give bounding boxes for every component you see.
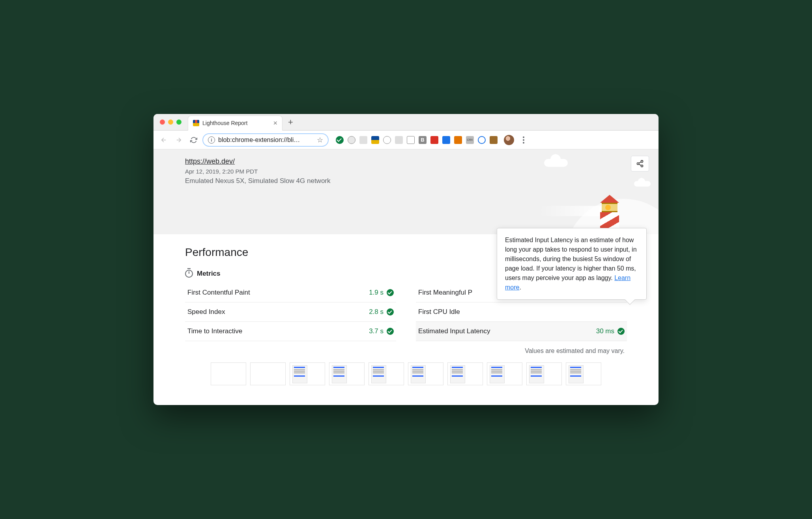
window-controls [153, 119, 188, 125]
metric-value: 2.8 s [369, 308, 394, 316]
browser-toolbar: i blob:chrome-extension://bli… ☆ B CRX [153, 131, 659, 149]
metric-name: Speed Index [187, 308, 369, 316]
filmstrip-frame[interactable] [408, 362, 443, 385]
metric-row[interactable]: Speed Index 2.8 s [185, 302, 396, 322]
close-window[interactable] [160, 119, 165, 125]
extension-icon[interactable] [442, 136, 450, 144]
back-button[interactable] [157, 134, 170, 146]
bookmark-star-icon[interactable]: ☆ [317, 136, 323, 144]
metric-value: 1.9 s [369, 289, 394, 297]
filmstrip-frame[interactable] [369, 362, 404, 385]
new-tab-button[interactable]: + [283, 117, 299, 127]
maximize-window[interactable] [176, 119, 181, 125]
extension-icon[interactable] [454, 136, 462, 144]
extension-icon[interactable] [430, 136, 438, 144]
share-button[interactable] [631, 156, 649, 172]
report-timestamp: Apr 12, 2019, 2:20 PM PDT [185, 168, 627, 175]
report-environment: Emulated Nexus 5X, Simulated Slow 4G net… [185, 177, 627, 185]
metrics-footnote: Values are estimated and may vary. [187, 347, 625, 355]
check-icon [387, 308, 394, 316]
metric-row[interactable]: Time to Interactive 3.7 s [185, 322, 396, 341]
extension-icon[interactable] [478, 136, 486, 144]
extension-icon[interactable] [407, 136, 415, 144]
metric-row[interactable]: First CPU Idle [416, 302, 627, 322]
browser-menu-button[interactable] [519, 136, 528, 144]
report-content: Estimated Input Latency is an estimate o… [153, 234, 659, 405]
extension-icon[interactable] [383, 136, 391, 144]
check-icon [387, 289, 394, 296]
profile-avatar[interactable] [504, 135, 514, 145]
site-info-icon[interactable]: i [208, 136, 215, 144]
metrics-label: Metrics [197, 270, 221, 278]
lighthouse-favicon [193, 120, 199, 126]
check-icon [387, 328, 394, 335]
metric-name: Estimated Input Latency [418, 327, 596, 335]
filmstrip-frame[interactable] [566, 362, 601, 385]
filmstrip-frame[interactable] [487, 362, 522, 385]
filmstrip-frame[interactable] [290, 362, 325, 385]
lighthouse-extension-icon[interactable] [371, 136, 379, 144]
metric-value: 30 ms [596, 327, 625, 335]
metric-name: Time to Interactive [187, 327, 369, 335]
svg-point-2 [641, 165, 643, 167]
reload-button[interactable] [187, 134, 200, 146]
cloud-decoration [544, 159, 568, 167]
stopwatch-icon [185, 270, 193, 278]
extension-icon[interactable]: B [419, 136, 427, 144]
url-text: blob:chrome-extension://bli… [218, 136, 314, 144]
filmstrip-frame[interactable] [211, 362, 246, 385]
filmstrip-frame[interactable] [250, 362, 286, 385]
metric-row[interactable]: First Contentful Paint 1.9 s [185, 283, 396, 302]
browser-window: Lighthouse Report × + i blob:chrome-exte… [153, 114, 659, 405]
metric-name: First CPU Idle [418, 308, 625, 316]
close-tab-icon[interactable]: × [273, 119, 277, 127]
minimize-window[interactable] [168, 119, 173, 125]
filmstrip-frame[interactable] [526, 362, 562, 385]
metric-name: First Contentful Paint [187, 289, 369, 297]
check-icon [617, 328, 625, 335]
browser-tab[interactable]: Lighthouse Report × [188, 116, 283, 131]
extension-icon[interactable] [395, 136, 403, 144]
cloud-decoration [634, 181, 651, 187]
extension-icon[interactable] [359, 136, 367, 144]
titlebar: Lighthouse Report × + [153, 114, 659, 131]
metrics-column-left: First Contentful Paint 1.9 s Speed Index… [185, 283, 396, 341]
metric-value: 3.7 s [369, 327, 394, 335]
svg-point-1 [637, 163, 639, 165]
filmstrip-frame[interactable] [447, 362, 483, 385]
tab-title: Lighthouse Report [202, 120, 270, 126]
extension-icons: B CRX [336, 136, 498, 144]
metric-row-highlighted[interactable]: Estimated Input Latency 30 ms [416, 322, 627, 341]
filmstrip [185, 362, 627, 393]
address-bar[interactable]: i blob:chrome-extension://bli… ☆ [202, 133, 329, 147]
metric-tooltip: Estimated Input Latency is an estimate o… [497, 228, 647, 300]
report-url[interactable]: https://web.dev/ [185, 157, 235, 165]
svg-point-0 [641, 161, 643, 162]
extension-icon[interactable] [490, 136, 498, 144]
extension-icon[interactable] [336, 136, 344, 144]
forward-button[interactable] [172, 134, 185, 146]
extension-icon[interactable]: CRX [466, 136, 474, 144]
filmstrip-frame[interactable] [329, 362, 365, 385]
report-header: https://web.dev/ Apr 12, 2019, 2:20 PM P… [153, 149, 659, 234]
extension-icon[interactable] [348, 136, 355, 144]
